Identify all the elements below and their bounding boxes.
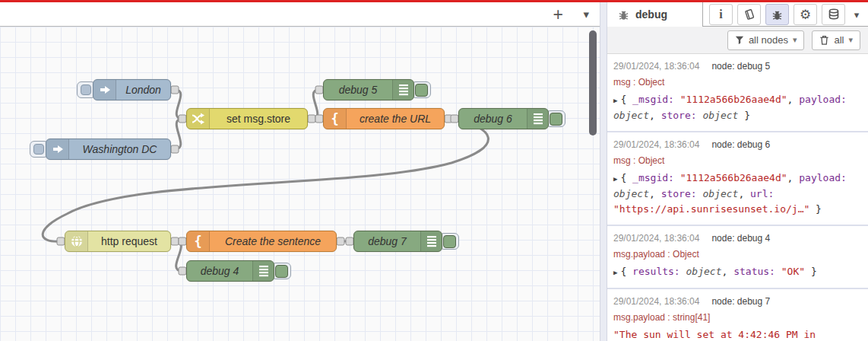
node-http-request[interactable]: http request (65, 231, 171, 252)
debug-token-s: "OK" (781, 266, 805, 277)
debug-icon (252, 261, 274, 281)
database-icon (828, 8, 840, 21)
debug-message-path: msg : Object (613, 155, 862, 166)
flow-canvas[interactable]: London Washington DC (0, 27, 600, 341)
debug-message: 29/01/2024, 18:36:04node: debug 6msg : O… (607, 132, 868, 226)
debug-token-k: store: (661, 188, 703, 199)
canvas-vertical-scrollbar[interactable] (589, 30, 597, 135)
node-debug-7[interactable]: debug 7 (353, 231, 442, 252)
port-change-in[interactable] (179, 115, 186, 123)
sidebar-tabbar: debug i (607, 2, 868, 27)
node-function-create-the-url[interactable]: { create the URL (323, 108, 445, 129)
wire-http-to-debug4[interactable] (175, 241, 182, 271)
debug-token-s: "The sun will set at 4:42:46 PM in Londo… (613, 329, 816, 341)
inject-trigger-inner (81, 84, 91, 95)
node-debug-6[interactable]: debug 6 (458, 108, 549, 129)
node-debug-4[interactable]: debug 4 (186, 260, 274, 282)
debug-token-p: , (649, 188, 661, 199)
debug-message: 29/01/2024, 18:36:04node: debug 7msg.pay… (607, 289, 868, 341)
workspace-tabbar: + ▾ (0, 2, 600, 27)
bug-icon (618, 9, 629, 21)
node-label: create the URL (347, 109, 444, 129)
debug-message-list: 29/01/2024, 18:36:04node: debug 5msg : O… (607, 54, 868, 341)
expand-toggle-icon[interactable]: ▶ (613, 97, 617, 104)
debug-token-o: object (613, 188, 649, 199)
debug-message-timestamp: 29/01/2024, 18:36:04 (613, 296, 699, 307)
debug-token-p: , (787, 94, 800, 105)
port-function2-in[interactable] (179, 237, 186, 245)
sidebar-menu-chevron-icon[interactable]: ▾ (850, 4, 863, 25)
node-debug-5[interactable]: debug 5 (323, 79, 414, 100)
gear-icon: ⚙ (800, 7, 811, 23)
tab-debug-label: debug (635, 8, 667, 21)
debug-icon (392, 80, 413, 100)
debug-message-content: ▶{ _msgid: "1112a566b26aae4d", payload: … (613, 170, 862, 217)
node-function-create-the-sentence[interactable]: { Create the sentence (186, 231, 337, 252)
sidebar-tab-info-button[interactable]: i (709, 4, 733, 25)
function-icon: { (324, 109, 347, 129)
debug-message: 29/01/2024, 18:36:04node: debug 5msg : O… (607, 54, 868, 132)
debug-token-p: , (787, 172, 800, 183)
wire-washington-to-change[interactable] (175, 119, 182, 149)
node-inject-london[interactable]: London (93, 79, 171, 100)
change-icon (187, 109, 210, 129)
port-http-in[interactable] (57, 237, 65, 245)
port-london-out[interactable] (171, 86, 179, 94)
port-debug7-in[interactable] (346, 237, 353, 245)
port-washington-out[interactable] (171, 145, 179, 153)
port-function2-out[interactable] (337, 237, 344, 245)
debug-token-p: { (620, 266, 632, 277)
debug-message-timestamp: 29/01/2024, 18:36:04 (613, 233, 699, 244)
inject-trigger-inner (33, 144, 44, 155)
flow-list-chevron-icon[interactable]: ▾ (583, 8, 589, 21)
wire-change-to-debug5[interactable] (312, 90, 319, 119)
node-change-set-msg-store[interactable]: set msg.store (186, 108, 308, 129)
debug-token-p: { (620, 172, 632, 183)
sidebar-tab-config-button[interactable]: ⚙ (794, 4, 817, 25)
port-debug5-in[interactable] (315, 86, 323, 94)
sidebar-resize-handle[interactable] (600, 2, 607, 341)
debug-token-o: object (686, 266, 722, 277)
debug-filter-button[interactable]: all nodes ▾ (727, 30, 805, 50)
node-label: http request (88, 231, 170, 251)
tab-debug[interactable]: debug (607, 2, 703, 27)
debug-token-k: results: (632, 266, 686, 277)
trash-icon (819, 35, 829, 46)
sidebar-tab-context-button[interactable] (822, 4, 845, 25)
expand-toggle-icon[interactable]: ▶ (613, 175, 617, 183)
add-flow-button[interactable]: + (553, 4, 563, 25)
port-change-out[interactable] (308, 115, 315, 123)
debug-message-content: ▶{ _msgid: "1112a566b26aae4d", payload: … (613, 92, 862, 123)
debug-message-timestamp: 29/01/2024, 18:36:04 (613, 61, 699, 72)
port-debug6-in[interactable] (451, 115, 458, 123)
debug-clear-button[interactable]: all ▾ (812, 30, 860, 50)
port-debug4-in[interactable] (179, 267, 186, 275)
sidebar-tab-help-button[interactable] (737, 4, 761, 25)
node-label: debug 6 (459, 109, 527, 129)
debug-message-content: "The sun will set at 4:42:46 PM in Londo… (613, 327, 862, 341)
debug-message-path: msg.payload : Object (613, 249, 862, 260)
node-inject-washington-dc[interactable]: Washington DC (46, 139, 171, 160)
debug-token-p: { (620, 94, 632, 105)
debug-message-source-node: node: debug 7 (711, 296, 770, 307)
debug-message-source-node: node: debug 5 (711, 61, 770, 72)
debug-message: 29/01/2024, 18:36:04node: debug 4msg.pay… (607, 226, 868, 289)
sidebar-tab-debug-button[interactable] (765, 4, 789, 25)
debug-token-p: , (738, 188, 750, 199)
expand-toggle-icon[interactable]: ▶ (613, 269, 617, 276)
debug-token-k: _msgid: (632, 172, 680, 183)
debug-token-o: object (702, 188, 738, 199)
inject-icon (46, 139, 69, 159)
wire-function-to-http[interactable] (43, 119, 488, 241)
node-label: Create the sentence (210, 231, 336, 251)
wire-layer (0, 27, 600, 341)
wire-london-to-change[interactable] (175, 90, 182, 119)
debug-message-timestamp: 29/01/2024, 18:36:04 (613, 139, 699, 150)
port-function1-in[interactable] (315, 115, 323, 123)
debug-token-s: "1112a566b26aae4d" (680, 172, 787, 183)
port-http-out[interactable] (171, 237, 179, 245)
debug-message-source-node: node: debug 6 (711, 139, 770, 150)
filter-icon (735, 35, 744, 45)
node-label: debug 4 (187, 261, 252, 281)
debug-token-k: status: (733, 266, 781, 277)
